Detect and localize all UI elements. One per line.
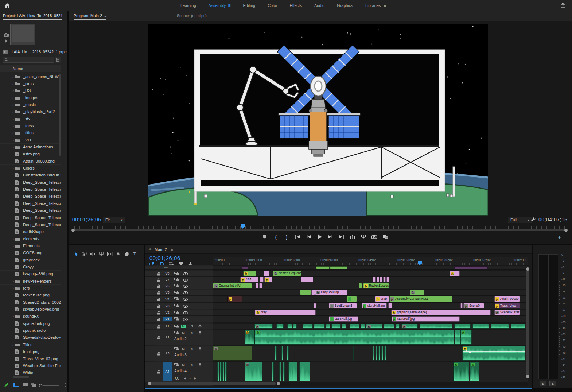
list-item-deep-space-telescop[interactable]: Deep_Space_Telescop — [0, 214, 61, 221]
audio-clip[interactable]: fx — [460, 330, 472, 345]
clip-untitled[interactable] — [256, 283, 258, 288]
audio-clip[interactable] — [511, 324, 525, 329]
clip-graphics-earthshape-[interactable]: fxgraphics(earthShape) — [391, 310, 491, 315]
list-item-stowedskylabdeploye[interactable]: StowedskylabDeploye — [0, 334, 61, 341]
column-header-name[interactable]: Name — [13, 66, 23, 71]
sync-lock-icon[interactable] — [174, 284, 179, 287]
list-item-refs[interactable]: ›refs — [0, 285, 61, 292]
audio-clip[interactable]: fx — [255, 330, 454, 345]
find-bin-icon[interactable] — [55, 57, 61, 63]
sync-lock-icon[interactable] — [174, 304, 179, 307]
list-item-grayy[interactable]: Grayy — [0, 263, 61, 271]
lift-button[interactable] — [349, 234, 355, 240]
home-icon[interactable] — [4, 3, 10, 8]
timeline-clip-area[interactable]: fxfxNested Sequencfxfx183fxfxOriginal In… — [213, 265, 528, 386]
expand-chevron-icon[interactable]: › — [11, 117, 15, 121]
track-lock-icon[interactable] — [157, 272, 161, 276]
clip-untitled[interactable]: fx — [264, 277, 272, 282]
audio-clip[interactable] — [455, 330, 460, 345]
expand-chevron-icon[interactable]: › — [11, 102, 15, 107]
project-bin-icon[interactable] — [3, 49, 8, 54]
clip-untitled[interactable] — [359, 283, 362, 288]
list-item-astro-png[interactable]: astro.png — [0, 151, 61, 158]
tool-ripple-edit[interactable] — [89, 249, 97, 258]
track-output-eye-icon[interactable] — [183, 318, 188, 321]
list-item--tdrss[interactable]: ›_tdrss — [0, 122, 61, 129]
writable-pencil-icon[interactable] — [4, 383, 9, 388]
keyframe-next-button[interactable]: ▶ — [194, 377, 196, 380]
audio-clip[interactable] — [288, 362, 292, 381]
audio-clip[interactable] — [350, 324, 359, 329]
track-name-v6[interactable]: V6 — [163, 284, 172, 288]
sync-lock-icon[interactable] — [174, 363, 179, 366]
expand-chevron-icon[interactable]: › — [11, 314, 15, 318]
tool-pen[interactable] — [114, 249, 122, 258]
clip-untitled[interactable] — [388, 303, 392, 308]
clip-gray[interactable]: fxgray — [255, 310, 316, 315]
list-item-skylabdeployed-png[interactable]: skylabDeployed.png — [0, 306, 61, 313]
list-item-elements[interactable]: ›elements — [0, 235, 61, 242]
workspace-tab-learning[interactable]: Learning — [180, 3, 196, 8]
workspace-tab-graphics[interactable]: Graphics — [337, 3, 353, 8]
audio-clip[interactable]: fx — [254, 324, 273, 329]
audio-clip[interactable] — [331, 324, 341, 329]
project-horizontal-scrollbar[interactable] — [13, 376, 29, 378]
comparison-view-button[interactable] — [382, 234, 388, 240]
expand-chevron-icon[interactable]: › — [11, 237, 15, 241]
clip-graybackrop[interactable]: fxGrayBackrop — [315, 290, 347, 295]
workspace-tab-editing[interactable]: Editing — [243, 3, 256, 8]
preview-thumbnail[interactable] — [10, 24, 35, 45]
tool-slip[interactable] — [106, 249, 113, 258]
track-header-a3[interactable]: A3MSAudio 3 — [145, 346, 213, 361]
list-item-iss-png-896-png[interactable]: iss-png--896.png — [0, 271, 61, 278]
audio-clip[interactable]: fx — [245, 330, 255, 345]
tool-razor[interactable] — [97, 249, 105, 258]
audio-clip[interactable] — [222, 362, 224, 381]
solo-button[interactable]: S — [190, 363, 195, 367]
program-zoom-handle-left[interactable] — [71, 229, 75, 232]
audio-clip[interactable] — [396, 324, 400, 329]
track-lock-icon[interactable] — [157, 298, 161, 301]
audio-clip[interactable] — [303, 324, 313, 329]
add-marker-button[interactable] — [262, 234, 268, 240]
list-item-sputnik-radio[interactable]: sputnik radio — [0, 327, 61, 334]
export-frame-button[interactable] — [371, 234, 377, 240]
zoom-level-select[interactable]: Fit∨ — [103, 217, 125, 223]
project-vertical-scrollbar[interactable] — [59, 74, 61, 156]
list-item-goes-png[interactable]: GOES.png — [0, 249, 61, 257]
workspace-tab-libraries[interactable]: Libraries — [365, 3, 381, 8]
audio-clip[interactable]: fx — [366, 324, 382, 329]
step-back-button[interactable] — [306, 234, 312, 240]
go-to-in-button[interactable] — [295, 234, 301, 240]
keyframe-add-button[interactable]: O. — [175, 376, 179, 380]
timeline-vscroll-handle-top[interactable] — [526, 267, 529, 271]
sync-lock-icon[interactable] — [174, 272, 179, 275]
clip-rocketsucces[interactable]: fxRocketSucces — [363, 283, 389, 288]
zoom-slider[interactable] — [39, 384, 60, 387]
tab-source[interactable]: Source: (no clips) — [177, 13, 207, 18]
clip-untitled[interactable] — [301, 277, 313, 282]
solo-right-button[interactable]: S — [549, 381, 556, 386]
expand-chevron-icon[interactable]: › — [11, 286, 15, 290]
audio-clip[interactable] — [283, 362, 285, 381]
workspace-tab-effects[interactable]: Effects — [289, 3, 301, 8]
list-item-weather-satellite-fre[interactable]: Weather-Satellite-Fre — [0, 362, 61, 369]
keyframe-toggle-button[interactable]: ○ — [189, 377, 191, 380]
clip-atrain-00000[interactable]: fxAtrain_00000 — [494, 296, 520, 302]
timeline-vertical-scrollbar[interactable] — [526, 268, 529, 377]
expand-chevron-icon[interactable]: › — [11, 342, 15, 347]
sync-lock-icon[interactable] — [174, 278, 179, 281]
audio-clip[interactable]: Lfx — [453, 362, 469, 381]
list-item-titles[interactable]: ›Titles — [0, 341, 61, 348]
track-name-v4[interactable]: V4 — [163, 297, 172, 302]
list-item-newprerenders[interactable]: ›newPreRenders — [0, 277, 61, 285]
clip-assembly-cartoon-nest[interactable]: fxAssembly Cartoon Nest — [389, 296, 452, 302]
track-name-v8[interactable]: V8 — [163, 271, 172, 276]
sync-lock-icon[interactable] — [174, 297, 179, 300]
sequence-tab-main2[interactable]: Main-2 — [155, 247, 167, 252]
timeline-hscroll-handle-left[interactable] — [148, 382, 151, 385]
track-header-a2[interactable]: A2MSAudio 2 — [145, 330, 213, 345]
sync-lock-icon[interactable] — [174, 325, 179, 328]
audio-clip[interactable] — [376, 346, 377, 361]
audio-clip[interactable] — [491, 324, 509, 329]
